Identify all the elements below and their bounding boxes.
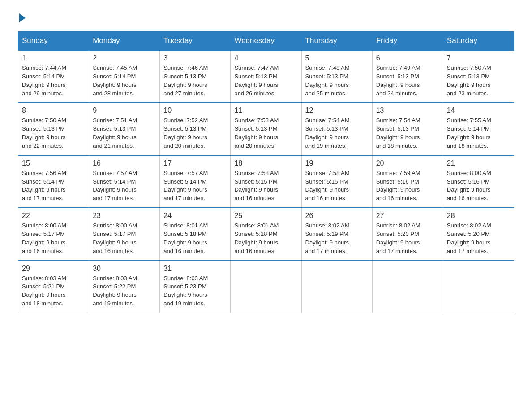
day-number: 3 [163, 54, 227, 62]
calendar-cell: 11 Sunrise: 7:53 AM Sunset: 5:13 PM Dayl… [231, 103, 301, 155]
calendar-cell: 20 Sunrise: 7:59 AM Sunset: 5:16 PM Dayl… [372, 155, 443, 208]
calendar-week-row: 22 Sunrise: 8:00 AM Sunset: 5:17 PM Dayl… [18, 208, 514, 260]
day-info: Sunrise: 7:56 AM Sunset: 5:14 PM Dayligh… [22, 169, 85, 203]
calendar-cell: 17 Sunrise: 7:57 AM Sunset: 5:14 PM Dayl… [160, 155, 231, 208]
day-number: 26 [305, 212, 369, 220]
day-number: 28 [447, 212, 510, 220]
day-info: Sunrise: 8:00 AM Sunset: 5:17 PM Dayligh… [93, 222, 156, 255]
day-number: 7 [447, 54, 510, 62]
day-number: 23 [93, 212, 156, 220]
day-number: 30 [93, 265, 156, 273]
calendar-cell: 9 Sunrise: 7:51 AM Sunset: 5:13 PM Dayli… [89, 103, 160, 155]
calendar-cell: 27 Sunrise: 8:02 AM Sunset: 5:20 PM Dayl… [372, 208, 443, 260]
day-number: 17 [163, 159, 227, 167]
calendar-cell: 24 Sunrise: 8:01 AM Sunset: 5:18 PM Dayl… [160, 208, 231, 260]
day-number: 22 [22, 212, 85, 220]
calendar-cell: 3 Sunrise: 7:46 AM Sunset: 5:13 PM Dayli… [160, 50, 231, 103]
day-info: Sunrise: 8:02 AM Sunset: 5:20 PM Dayligh… [376, 222, 439, 255]
day-number: 31 [163, 265, 227, 273]
calendar-cell: 5 Sunrise: 7:48 AM Sunset: 5:13 PM Dayli… [301, 50, 372, 103]
day-number: 5 [305, 54, 369, 62]
calendar-week-row: 1 Sunrise: 7:44 AM Sunset: 5:14 PM Dayli… [18, 50, 514, 103]
day-info: Sunrise: 7:48 AM Sunset: 5:13 PM Dayligh… [305, 64, 369, 98]
calendar-cell: 29 Sunrise: 8:03 AM Sunset: 5:21 PM Dayl… [18, 261, 89, 313]
day-number: 16 [93, 159, 156, 167]
day-info: Sunrise: 7:57 AM Sunset: 5:14 PM Dayligh… [163, 169, 227, 203]
day-info: Sunrise: 7:47 AM Sunset: 5:13 PM Dayligh… [234, 64, 297, 98]
day-info: Sunrise: 7:53 AM Sunset: 5:13 PM Dayligh… [234, 116, 297, 150]
weekday-header-friday: Friday [372, 32, 443, 51]
calendar-cell [372, 261, 443, 313]
page-header [18, 13, 514, 22]
day-info: Sunrise: 7:50 AM Sunset: 5:13 PM Dayligh… [447, 64, 510, 98]
calendar-cell: 10 Sunrise: 7:52 AM Sunset: 5:13 PM Dayl… [160, 103, 231, 155]
calendar-cell: 13 Sunrise: 7:54 AM Sunset: 5:13 PM Dayl… [372, 103, 443, 155]
day-info: Sunrise: 7:45 AM Sunset: 5:14 PM Dayligh… [93, 64, 156, 98]
day-number: 6 [376, 54, 439, 62]
day-info: Sunrise: 7:50 AM Sunset: 5:13 PM Dayligh… [22, 116, 85, 150]
calendar-cell: 23 Sunrise: 8:00 AM Sunset: 5:17 PM Dayl… [89, 208, 160, 260]
day-number: 12 [305, 107, 369, 115]
day-info: Sunrise: 7:57 AM Sunset: 5:14 PM Dayligh… [93, 169, 156, 203]
day-info: Sunrise: 8:01 AM Sunset: 5:18 PM Dayligh… [163, 222, 227, 255]
day-number: 14 [447, 107, 510, 115]
day-info: Sunrise: 7:59 AM Sunset: 5:16 PM Dayligh… [376, 169, 439, 203]
calendar-cell: 15 Sunrise: 7:56 AM Sunset: 5:14 PM Dayl… [18, 155, 89, 208]
day-info: Sunrise: 8:00 AM Sunset: 5:17 PM Dayligh… [22, 222, 85, 255]
day-number: 10 [163, 107, 227, 115]
day-number: 2 [93, 54, 156, 62]
calendar-cell [231, 261, 301, 313]
calendar-header-row: SundayMondayTuesdayWednesdayThursdayFrid… [18, 32, 514, 51]
calendar-cell: 25 Sunrise: 8:01 AM Sunset: 5:18 PM Dayl… [231, 208, 301, 260]
calendar-cell: 2 Sunrise: 7:45 AM Sunset: 5:14 PM Dayli… [89, 50, 160, 103]
day-info: Sunrise: 8:03 AM Sunset: 5:23 PM Dayligh… [163, 274, 227, 308]
calendar-week-row: 15 Sunrise: 7:56 AM Sunset: 5:14 PM Dayl… [18, 155, 514, 208]
calendar-cell: 16 Sunrise: 7:57 AM Sunset: 5:14 PM Dayl… [89, 155, 160, 208]
calendar-cell: 7 Sunrise: 7:50 AM Sunset: 5:13 PM Dayli… [443, 50, 514, 103]
day-info: Sunrise: 7:58 AM Sunset: 5:15 PM Dayligh… [305, 169, 369, 203]
day-number: 15 [22, 159, 85, 167]
day-info: Sunrise: 8:00 AM Sunset: 5:16 PM Dayligh… [447, 169, 510, 203]
day-number: 13 [376, 107, 439, 115]
calendar-cell: 1 Sunrise: 7:44 AM Sunset: 5:14 PM Dayli… [18, 50, 89, 103]
day-info: Sunrise: 7:51 AM Sunset: 5:13 PM Dayligh… [93, 116, 156, 150]
day-info: Sunrise: 7:58 AM Sunset: 5:15 PM Dayligh… [234, 169, 297, 203]
day-number: 20 [376, 159, 439, 167]
day-number: 29 [22, 265, 85, 273]
day-info: Sunrise: 7:46 AM Sunset: 5:13 PM Dayligh… [163, 64, 227, 98]
calendar-cell: 14 Sunrise: 7:55 AM Sunset: 5:14 PM Dayl… [443, 103, 514, 155]
day-number: 4 [234, 54, 297, 62]
day-info: Sunrise: 8:03 AM Sunset: 5:21 PM Dayligh… [22, 274, 85, 308]
weekday-header-saturday: Saturday [443, 32, 514, 51]
calendar-cell: 19 Sunrise: 7:58 AM Sunset: 5:15 PM Dayl… [301, 155, 372, 208]
day-info: Sunrise: 8:03 AM Sunset: 5:22 PM Dayligh… [93, 274, 156, 308]
calendar-cell: 21 Sunrise: 8:00 AM Sunset: 5:16 PM Dayl… [443, 155, 514, 208]
day-number: 1 [22, 54, 85, 62]
day-info: Sunrise: 7:49 AM Sunset: 5:13 PM Dayligh… [376, 64, 439, 98]
calendar-week-row: 29 Sunrise: 8:03 AM Sunset: 5:21 PM Dayl… [18, 261, 514, 313]
logo-arrow-icon [19, 13, 26, 22]
calendar-cell: 22 Sunrise: 8:00 AM Sunset: 5:17 PM Dayl… [18, 208, 89, 260]
day-number: 21 [447, 159, 510, 167]
calendar-cell: 4 Sunrise: 7:47 AM Sunset: 5:13 PM Dayli… [231, 50, 301, 103]
calendar-table: SundayMondayTuesdayWednesdayThursdayFrid… [18, 31, 514, 313]
day-number: 24 [163, 212, 227, 220]
day-info: Sunrise: 8:01 AM Sunset: 5:18 PM Dayligh… [234, 222, 297, 255]
calendar-cell: 12 Sunrise: 7:54 AM Sunset: 5:13 PM Dayl… [301, 103, 372, 155]
day-info: Sunrise: 7:52 AM Sunset: 5:13 PM Dayligh… [163, 116, 227, 150]
weekday-header-monday: Monday [89, 32, 160, 51]
calendar-cell [301, 261, 372, 313]
day-number: 19 [305, 159, 369, 167]
day-info: Sunrise: 8:02 AM Sunset: 5:20 PM Dayligh… [447, 222, 510, 255]
day-number: 8 [22, 107, 85, 115]
calendar-cell: 8 Sunrise: 7:50 AM Sunset: 5:13 PM Dayli… [18, 103, 89, 155]
calendar-cell: 28 Sunrise: 8:02 AM Sunset: 5:20 PM Dayl… [443, 208, 514, 260]
day-info: Sunrise: 8:02 AM Sunset: 5:19 PM Dayligh… [305, 222, 369, 255]
calendar-cell: 31 Sunrise: 8:03 AM Sunset: 5:23 PM Dayl… [160, 261, 231, 313]
calendar-cell: 26 Sunrise: 8:02 AM Sunset: 5:19 PM Dayl… [301, 208, 372, 260]
day-number: 18 [234, 159, 297, 167]
calendar-week-row: 8 Sunrise: 7:50 AM Sunset: 5:13 PM Dayli… [18, 103, 514, 155]
weekday-header-thursday: Thursday [301, 32, 372, 51]
calendar-cell: 30 Sunrise: 8:03 AM Sunset: 5:22 PM Dayl… [89, 261, 160, 313]
day-number: 9 [93, 107, 156, 115]
